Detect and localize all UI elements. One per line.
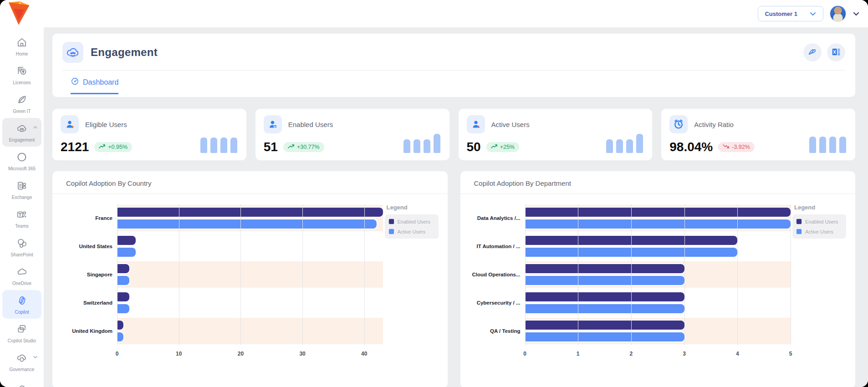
- sidebar-item-label: Exchange: [12, 195, 32, 200]
- sparkline-bar: [210, 137, 217, 153]
- excel-icon: [831, 47, 841, 58]
- axis-tick-label: 30: [299, 351, 305, 357]
- chart-card-country: Copilot Adoption By Country FranceUnited…: [52, 171, 448, 387]
- customer-selector[interactable]: Customer 1: [758, 6, 823, 21]
- category-label: Singapore: [57, 260, 117, 289]
- gridline: [631, 204, 632, 345]
- sidebar-item-sharepoint[interactable]: SharePoint: [2, 233, 41, 261]
- app-window: Customer 1 HomeLicensesGreen ITEngagemen…: [0, 0, 868, 387]
- sidebar-item-label: Home: [16, 51, 28, 56]
- gridline: [737, 204, 738, 345]
- sidebar-item-label: Copilot: [15, 310, 29, 315]
- sidebar-item-label: SharePoint: [10, 252, 33, 257]
- legend-item-active-users[interactable]: Active Users: [796, 229, 842, 234]
- sidebar-item-home[interactable]: Home: [2, 32, 41, 61]
- user-check-icon: [264, 115, 282, 133]
- sidebar-item-onedrive[interactable]: OneDrive: [2, 261, 41, 290]
- pdf-icon: [807, 47, 817, 58]
- tab-dashboard[interactable]: Dashboard: [71, 77, 118, 94]
- green-it-icon: [16, 94, 28, 107]
- kpi-sparkline: [606, 133, 643, 153]
- axis-tick-label: 0: [116, 351, 119, 357]
- axis-tick-label: 2: [630, 351, 633, 357]
- sparkline-bar: [230, 137, 237, 153]
- licenses-icon: [16, 65, 28, 79]
- gridline: [525, 204, 526, 345]
- sidebar-item-label: Green IT: [13, 109, 31, 114]
- category-label: Cloud Operations...: [465, 260, 525, 289]
- legend-swatch: [388, 219, 394, 224]
- category-label: Data Analytics /...: [465, 204, 525, 232]
- kpi-label: Enabled Users: [288, 121, 333, 128]
- topbar: Customer 1: [0, 0, 868, 27]
- page-header-card: Engagement Dashboard: [52, 34, 855, 97]
- sidebar-item-label: OneDrive: [12, 281, 31, 286]
- avatar[interactable]: [830, 5, 846, 22]
- axis-tick-label: 20: [238, 351, 244, 357]
- gridline: [364, 204, 365, 345]
- trend-up-icon: [288, 144, 295, 150]
- kpi-value: 50: [467, 140, 481, 154]
- kpi-row: Eligible Users 2121 +0.95% Enabled Users…: [52, 109, 855, 160]
- sidebar-item-licenses[interactable]: Licenses: [2, 61, 41, 89]
- gridline: [302, 204, 303, 345]
- trend-down-icon: [723, 144, 730, 150]
- kpi-label: Active Users: [491, 121, 530, 128]
- legend-item-active-users[interactable]: Active Users: [388, 229, 435, 234]
- gridline: [578, 204, 578, 345]
- axis-tick-label: 1: [577, 351, 580, 357]
- chevron-down-icon: [33, 355, 38, 360]
- customer-selector-value: Customer 1: [765, 10, 797, 17]
- category-label: IT Automation / ...: [465, 232, 525, 260]
- kpi-delta: +25%: [500, 144, 515, 150]
- sidebar: HomeLicensesGreen ITEngagementMicrosoft …: [0, 27, 44, 387]
- chart-plot-area: FranceUnited StatesSingaporeSwitzerlandU…: [57, 204, 383, 361]
- sidebar-item-label: Engagement: [9, 137, 35, 143]
- engagement-cloud-icon: [62, 42, 83, 63]
- cloud-icon: [16, 383, 28, 387]
- gauge-icon: [71, 77, 79, 87]
- gridline: [791, 204, 791, 345]
- kpi-value: 98.04%: [669, 140, 713, 154]
- copilot-icon: [16, 295, 28, 308]
- legend-item-enabled-users[interactable]: Enabled Users: [796, 219, 842, 224]
- user-active-icon: [467, 115, 485, 133]
- sparkline-bar: [616, 139, 623, 153]
- legend-label: Active Users: [398, 229, 426, 234]
- sidebar-item-teams[interactable]: Teams: [2, 204, 41, 233]
- axis-tick-label: 4: [736, 351, 739, 357]
- sidebar-item-microsoft-365[interactable]: Microsoft 365: [2, 147, 41, 175]
- pdf-export-button[interactable]: [803, 43, 822, 61]
- kpi-value: 2121: [61, 140, 89, 154]
- sparkline-bar: [819, 137, 826, 153]
- sidebar-item-partial[interactable]: [2, 376, 41, 387]
- sparkline-bar: [636, 134, 643, 153]
- kpi-card-active-users: Active Users 50 +25%: [459, 109, 653, 160]
- x-axis: 012345: [525, 345, 791, 361]
- sidebar-item-governance[interactable]: Governance: [2, 347, 41, 376]
- kpi-delta: -3.92%: [732, 144, 750, 150]
- kpi-delta: +30.77%: [297, 144, 320, 150]
- axis-tick-label: 40: [361, 351, 367, 357]
- sparkline-bar: [626, 139, 633, 153]
- sidebar-item-copilot-studio[interactable]: Copilot Studio: [2, 319, 41, 347]
- legend-label: Enabled Users: [805, 219, 838, 224]
- main-content: Engagement Dashboard Eligible Users 2121: [44, 27, 868, 387]
- profile-chevron-down-icon[interactable]: [853, 10, 860, 17]
- kpi-card-enabled-users: Enabled Users 51 +30.77%: [255, 109, 449, 160]
- sparkline-bar: [424, 139, 430, 153]
- category-label: France: [57, 204, 117, 232]
- legend-swatch: [796, 229, 802, 234]
- excel-export-button[interactable]: [827, 43, 845, 61]
- legend-swatch: [796, 219, 802, 224]
- sidebar-item-green-it[interactable]: Green IT: [2, 89, 41, 118]
- category-label: United Kingdom: [57, 317, 117, 345]
- sidebar-item-copilot[interactable]: Copilot: [2, 290, 41, 319]
- category-label: United States: [57, 232, 117, 260]
- sparkline-bar: [829, 137, 836, 153]
- legend-item-enabled-users[interactable]: Enabled Users: [388, 219, 435, 224]
- copilot-studio-icon: [16, 323, 28, 337]
- sidebar-item-engagement[interactable]: Engagement: [2, 118, 41, 147]
- chevron-down-icon: [809, 10, 817, 17]
- sidebar-item-exchange[interactable]: Exchange: [2, 175, 41, 204]
